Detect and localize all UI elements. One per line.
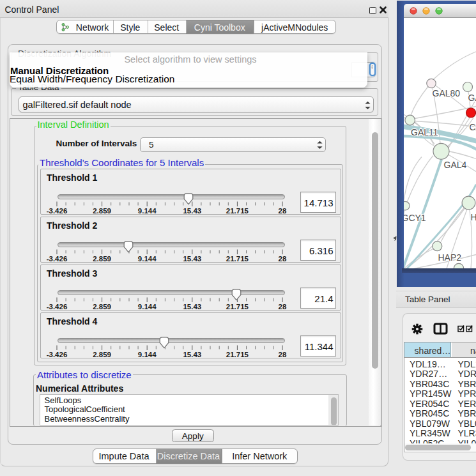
svg-text:GCY1: GCY1 [404, 212, 426, 222]
svg-text:HI: HI [471, 211, 476, 222]
svg-text:GAL80: GAL80 [433, 88, 461, 98]
svg-text:CA: CA [470, 121, 476, 132]
svg-text:HAP2: HAP2 [438, 252, 462, 263]
svg-text:GAL11: GAL11 [411, 127, 438, 137]
svg-text:GAL4: GAL4 [444, 159, 467, 169]
svg-text:GA: GA [468, 92, 476, 102]
